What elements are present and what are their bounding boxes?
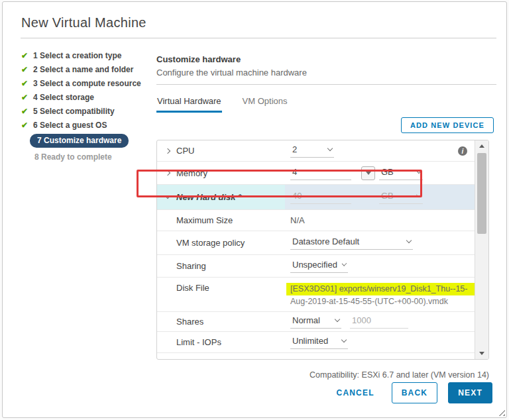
disk-file-path-line2: Aug-2019-at-15-45-55-(UTC-+00-00).vmdk [290,297,448,306]
compatibility-text: Compatibility: ESXi 6.7 and later (VM ve… [156,370,489,380]
shares-select[interactable]: Normal [290,315,341,329]
step-select-creation-type[interactable]: ✔ 1 Select a creation type [21,48,156,62]
hardware-table: CPU 2 i Memory [156,140,489,360]
scrollbar-down-icon[interactable] [475,348,488,359]
section-divider [156,84,496,85]
chevron-down-icon [416,192,422,197]
disk-file-path: [ESX3DS01] exports/winserv19_Disk1_Thu--… [290,283,480,308]
row-disk-file: Disk File [ESX3DS01] exports/winserv19_D… [157,278,475,312]
chevron-right-icon[interactable] [166,149,176,153]
row-limit-iops: Limit - IOPs Unlimited [157,332,475,353]
step-select-guest-os[interactable]: ✔ 6 Select a guest OS [21,118,156,132]
storage-policy-select[interactable]: Datastore Default [290,236,413,250]
chevron-down-icon [406,238,412,243]
tab-virtual-hardware[interactable]: Virtual Hardware [156,95,222,113]
new-vm-wizard-dialog: New Virtual Machine ✔ 1 Select a creatio… [2,1,507,418]
next-button[interactable]: NEXT [448,382,492,403]
row-memory: Memory 4 GB [157,162,475,185]
chevron-down-icon [341,337,347,342]
disk-unit-select[interactable]: GB [379,190,423,204]
wizard-content: Customize hardware Configure the virtual… [156,38,496,380]
chevron-right-icon[interactable] [166,171,176,175]
add-new-device-button[interactable]: ADD NEW DEVICE [401,117,494,133]
chevron-down-icon[interactable] [166,196,176,198]
check-icon: ✔ [21,93,33,102]
shares-amount-input[interactable]: 1000 [350,315,408,329]
tab-vm-options[interactable]: VM Options [242,95,288,113]
cancel-button[interactable]: CANCEL [337,388,374,397]
step-select-storage[interactable]: ✔ 4 Select storage [21,90,156,104]
check-icon: ✔ [21,79,33,88]
check-icon: ✔ [21,107,33,116]
check-icon: ✔ [21,65,33,74]
section-title: Customize hardware [156,54,496,64]
step-select-compute-resource[interactable]: ✔ 3 Select a compute resource [21,76,156,90]
memory-size-input[interactable]: 4 [290,166,351,180]
wizard-steps: ✔ 1 Select a creation type ✔ 2 Select a … [21,38,156,380]
chevron-down-icon [335,317,340,322]
disk-file-path-highlighted: [ESX3DS01] exports/winserv19_Disk1_Thu--… [286,283,480,295]
step-select-compatibility[interactable]: ✔ 5 Select compatibility [21,104,156,118]
back-button[interactable]: BACK [392,382,437,403]
step-customize-hardware-active[interactable]: 7 Customize hardware [21,132,156,150]
check-icon: ✔ [21,51,33,60]
chevron-down-icon [416,168,422,173]
memory-unit-select[interactable]: GB [379,166,423,180]
memory-stepper-button[interactable] [361,166,375,180]
row-virtual-flash-read-cache: Virtual flash read cache 0 MB [157,353,475,360]
chevron-down-icon [342,261,347,266]
cpu-count-select[interactable]: 2 [290,144,334,158]
sharing-select[interactable]: Unspecified [290,259,348,273]
section-subtitle: Configure the virtual machine hardware [156,68,496,78]
chevron-down-icon [416,358,422,360]
step-ready-to-complete: 8 Ready to complete [21,150,156,164]
disk-size-input[interactable]: 40 [290,190,351,204]
row-cpu: CPU 2 i [157,140,475,162]
info-icon[interactable]: i [458,146,467,156]
maximum-size-value: N/A [290,215,305,225]
scrollbar-thumb[interactable] [477,153,486,234]
flash-cache-input[interactable]: 0 [290,356,351,360]
flash-cache-unit-select[interactable]: MB [379,356,423,360]
step-select-name-folder[interactable]: ✔ 2 Select a name and folder [21,62,156,76]
scrollbar[interactable] [475,140,488,359]
limit-iops-select[interactable]: Unlimited [290,335,348,349]
caret-down-icon [366,172,371,175]
hardware-tabs: Virtual Hardware VM Options [156,95,496,113]
row-vm-storage-policy: VM storage policy Datastore Default [157,231,475,255]
row-sharing: Sharing Unspecified [157,255,475,278]
scrollbar-up-icon[interactable] [475,140,488,152]
check-icon: ✔ [21,121,33,130]
wizard-footer: CANCEL BACK NEXT [337,382,492,403]
resize-handle-icon[interactable] [498,409,505,416]
row-maximum-size: Maximum Size N/A [157,210,475,231]
row-shares: Shares Normal 1000 [157,312,475,332]
row-new-hard-disk: New Hard disk * 40 GB [157,185,475,210]
chevron-down-icon [327,146,333,151]
page-title: New Virtual Machine [21,15,506,30]
